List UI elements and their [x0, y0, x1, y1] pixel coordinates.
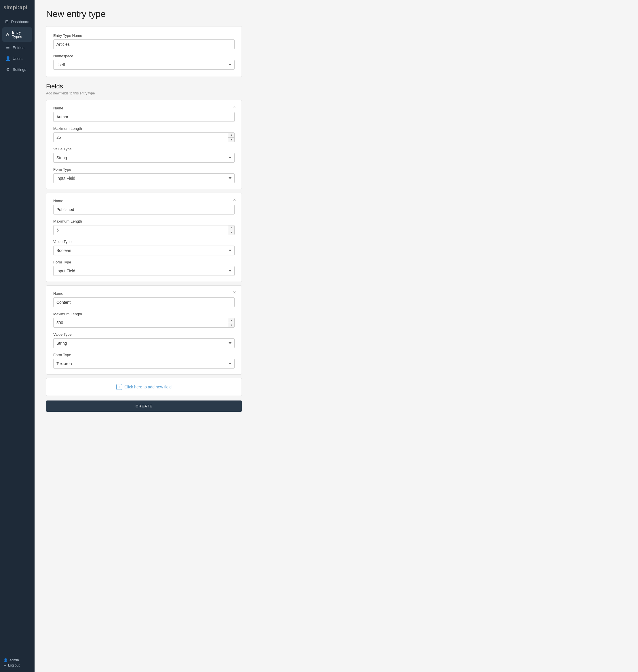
sidebar-item-label: Entry Types: [12, 30, 29, 39]
spinner-buttons-2: ▲ ▼: [228, 225, 234, 235]
sidebar: simpl:api ⊞ Dashboard ⊙ Entry Types ☰ En…: [0, 0, 35, 672]
field-valuetype-select-3[interactable]: String Boolean Integer Float: [53, 338, 235, 348]
spinner-up-1[interactable]: ▲: [228, 133, 234, 138]
entry-types-icon: ⊙: [5, 32, 10, 37]
spinner-buttons-1: ▲ ▼: [228, 133, 234, 142]
field-name-label-1: Name: [53, 106, 235, 110]
users-icon: 👤: [5, 56, 10, 61]
field-formtype-select-2[interactable]: Input Field Textarea Checkbox Select: [53, 266, 235, 276]
sidebar-item-settings[interactable]: ⚙ Settings: [2, 64, 32, 74]
field-maxlength-input-1[interactable]: [53, 132, 235, 142]
field-name-group-1: Name: [53, 106, 235, 122]
namespace-label: Namespace: [53, 54, 235, 58]
field-maxlength-group-3: Maximum Length ▲ ▼: [53, 312, 235, 327]
main-content: New entry type Entry Type Name Namespace…: [35, 0, 638, 672]
field-maxlength-label-1: Maximum Length: [53, 127, 235, 131]
field-card-content: × Name Maximum Length ▲ ▼ Value Type Str…: [46, 285, 242, 374]
logout-label: Log out: [8, 663, 20, 667]
field-maxlength-label-2: Maximum Length: [53, 219, 235, 223]
field-formtype-select-3[interactable]: Input Field Textarea Checkbox Select: [53, 359, 235, 369]
field-formtype-label-1: Form Type: [53, 167, 235, 172]
field-valuetype-group-1: Value Type String Boolean Integer Float: [53, 147, 235, 163]
field-valuetype-select-1[interactable]: String Boolean Integer Float: [53, 153, 235, 163]
create-button[interactable]: CREATE: [46, 401, 242, 412]
field-close-button-3[interactable]: ×: [232, 290, 237, 296]
plus-icon: +: [116, 384, 122, 390]
app-logo: simpl:api: [0, 0, 35, 16]
fields-subtitle: Add new fields to this entry type: [46, 91, 242, 95]
field-formtype-select-1[interactable]: Input Field Textarea Checkbox Select: [53, 173, 235, 183]
field-valuetype-label-2: Value Type: [53, 239, 235, 244]
entry-type-name-group: Entry Type Name: [53, 33, 235, 49]
field-maxlength-input-2[interactable]: [53, 225, 235, 235]
spinner-buttons-3: ▲ ▼: [228, 318, 234, 327]
dashboard-icon: ⊞: [5, 19, 9, 24]
namespace-group: Namespace Itself Global Custom: [53, 54, 235, 70]
field-maxlength-wrap-1: ▲ ▼: [53, 132, 235, 142]
sidebar-item-users[interactable]: 👤 Users: [2, 53, 32, 64]
username: admin: [10, 658, 19, 662]
field-maxlength-label-3: Maximum Length: [53, 312, 235, 316]
field-card-published: × Name Maximum Length ▲ ▼ Value Type Str…: [46, 192, 242, 282]
field-close-button-1[interactable]: ×: [232, 104, 237, 110]
sidebar-item-entries[interactable]: ☰ Entries: [2, 42, 32, 53]
field-formtype-group-3: Form Type Input Field Textarea Checkbox …: [53, 353, 235, 369]
field-close-button-2[interactable]: ×: [232, 197, 237, 203]
field-valuetype-label-3: Value Type: [53, 332, 235, 337]
logout-button[interactable]: ↪ Log out: [3, 663, 31, 667]
field-name-label-3: Name: [53, 291, 235, 296]
add-field-card[interactable]: + Click here to add new field: [46, 378, 242, 396]
field-maxlength-wrap-2: ▲ ▼: [53, 225, 235, 235]
field-name-group-3: Name: [53, 291, 235, 307]
field-valuetype-label-1: Value Type: [53, 147, 235, 151]
add-field-label: Click here to add new field: [124, 385, 172, 389]
field-formtype-label-2: Form Type: [53, 260, 235, 264]
field-name-input-3[interactable]: [53, 298, 235, 307]
entry-type-name-input[interactable]: [53, 39, 235, 49]
sidebar-item-label: Entries: [13, 46, 24, 50]
user-icon: 👤: [3, 658, 8, 662]
fields-title: Fields: [46, 83, 242, 90]
field-maxlength-wrap-3: ▲ ▼: [53, 318, 235, 327]
field-valuetype-group-3: Value Type String Boolean Integer Float: [53, 332, 235, 348]
settings-icon: ⚙: [5, 67, 10, 72]
field-name-label-2: Name: [53, 199, 235, 203]
field-maxlength-input-3[interactable]: [53, 318, 235, 327]
field-name-group-2: Name: [53, 199, 235, 215]
spinner-down-1[interactable]: ▼: [228, 138, 234, 142]
entry-type-card: Entry Type Name Namespace Itself Global …: [46, 26, 242, 77]
fields-header: Fields Add new fields to this entry type: [46, 83, 242, 95]
field-formtype-label-3: Form Type: [53, 353, 235, 357]
logout-icon: ↪: [3, 663, 6, 667]
sidebar-footer: 👤 admin ↪ Log out: [0, 655, 35, 672]
field-name-input-2[interactable]: [53, 205, 235, 215]
field-maxlength-group-2: Maximum Length ▲ ▼: [53, 219, 235, 235]
sidebar-item-entry-types[interactable]: ⊙ Entry Types: [2, 27, 32, 42]
field-formtype-group-1: Form Type Input Field Textarea Checkbox …: [53, 167, 235, 183]
sidebar-nav: ⊞ Dashboard ⊙ Entry Types ☰ Entries 👤 Us…: [0, 16, 35, 655]
spinner-up-3[interactable]: ▲: [228, 318, 234, 323]
field-maxlength-group-1: Maximum Length ▲ ▼: [53, 127, 235, 142]
field-valuetype-select-2[interactable]: String Boolean Integer Float: [53, 246, 235, 255]
sidebar-item-dashboard[interactable]: ⊞ Dashboard: [2, 16, 32, 27]
spinner-down-3[interactable]: ▼: [228, 323, 234, 327]
footer-user: 👤 admin: [3, 658, 31, 662]
spinner-up-2[interactable]: ▲: [228, 225, 234, 230]
sidebar-item-label: Settings: [13, 67, 26, 72]
field-card-author: × Name Maximum Length ▲ ▼ Value Type Str…: [46, 100, 242, 189]
field-valuetype-group-2: Value Type String Boolean Integer Float: [53, 239, 235, 255]
spinner-down-2[interactable]: ▼: [228, 230, 234, 235]
sidebar-item-label: Dashboard: [11, 20, 29, 24]
field-formtype-group-2: Form Type Input Field Textarea Checkbox …: [53, 260, 235, 276]
entry-type-name-label: Entry Type Name: [53, 33, 235, 38]
sidebar-item-label: Users: [13, 56, 22, 61]
page-title: New entry type: [46, 9, 626, 19]
entries-icon: ☰: [5, 45, 10, 50]
field-name-input-1[interactable]: [53, 112, 235, 122]
namespace-select[interactable]: Itself Global Custom: [53, 60, 235, 70]
